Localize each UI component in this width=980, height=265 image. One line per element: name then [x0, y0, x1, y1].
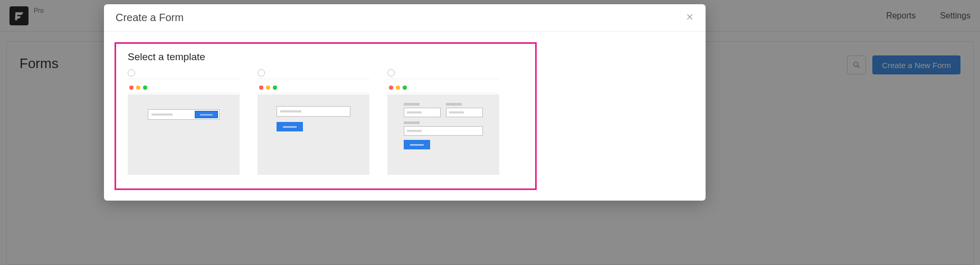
modal-close-button[interactable] — [686, 13, 694, 23]
template-card-1[interactable] — [128, 69, 240, 175]
template-row — [128, 69, 524, 175]
window-dots — [387, 83, 499, 93]
template-preview-2 — [258, 94, 369, 175]
template-card-3[interactable] — [387, 69, 499, 175]
modal-body: Select a template — [104, 32, 706, 201]
create-form-modal: Create a Form Select a template — [104, 4, 706, 201]
template-card-2[interactable] — [258, 69, 369, 175]
window-dots — [258, 83, 369, 93]
modal-title: Create a Form — [116, 12, 184, 24]
close-icon — [686, 13, 694, 21]
template-radio-2[interactable] — [258, 69, 265, 77]
template-section-title: Select a template — [128, 51, 524, 63]
window-dots — [128, 83, 240, 93]
template-preview-3 — [387, 94, 499, 175]
template-radio-1[interactable] — [128, 69, 135, 77]
modal-header: Create a Form — [104, 4, 706, 32]
template-preview-1 — [128, 94, 240, 175]
template-radio-3[interactable] — [387, 69, 395, 77]
template-highlight: Select a template — [115, 42, 537, 190]
